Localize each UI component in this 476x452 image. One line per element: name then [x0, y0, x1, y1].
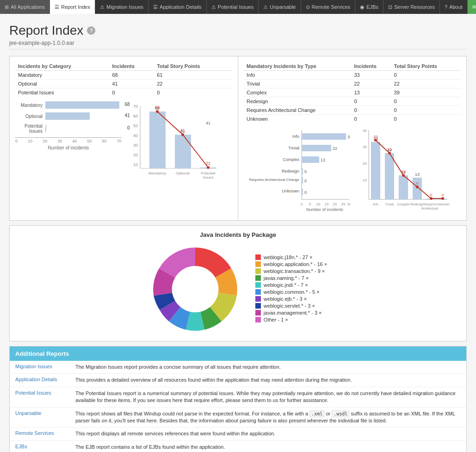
nav-unparsable[interactable]: ⚠ Unparsable: [259, 0, 301, 14]
svg-text:Requires: Requires: [424, 203, 436, 206]
java-panel-inner: weblogic.j18n.* - 27 × weblogic.applicat…: [15, 243, 461, 335]
cell-incidents: 0: [351, 106, 391, 115]
table-row: Redesign 0 0: [244, 97, 461, 106]
svg-text:Unknown: Unknown: [282, 189, 299, 193]
application-details-link[interactable]: Application Details: [15, 377, 75, 382]
svg-text:Info: Info: [373, 203, 378, 206]
remote-services-desc: This report displays all remote services…: [75, 430, 461, 437]
svg-text:0: 0: [301, 202, 303, 206]
hbar-optional-value: 41: [124, 113, 130, 118]
right-panel: Mandatory Incidents by Type Incidents To…: [238, 56, 466, 220]
hbar-potential-label: Potential Issues: [15, 124, 45, 134]
svg-text:33: 33: [347, 135, 350, 139]
hbar-potential-fill: [45, 125, 46, 132]
svg-point-69: [402, 174, 405, 177]
svg-text:Issues: Issues: [203, 175, 213, 180]
right-col-sp: Total Story Points: [391, 62, 461, 71]
svg-text:Number of incidents: Number of incidents: [306, 207, 344, 212]
svg-text:Redesign: Redesign: [410, 203, 424, 206]
migration-issues-desc: The Migration Issues report provides a c…: [75, 364, 461, 371]
right-line-svg: 40 30 20 10 33 33 22 13: [355, 128, 452, 213]
nav-ejbs[interactable]: ◉ EJBs: [355, 0, 383, 14]
svg-point-70: [416, 186, 419, 188]
svg-text:Redesign: Redesign: [282, 169, 299, 173]
table-row: Optional 41 22: [15, 80, 232, 88]
legend-item: Other - 1 ×: [255, 317, 327, 322]
col-category: Incidents by Category: [15, 62, 109, 71]
remote-services-link[interactable]: Remote Services: [15, 430, 75, 436]
svg-point-68: [388, 152, 391, 155]
unparsable-desc: This report shows all files that Windup …: [75, 410, 461, 425]
svg-text:0: 0: [304, 169, 307, 174]
svg-text:22: 22: [205, 161, 210, 166]
svg-text:33: 33: [374, 135, 378, 139]
cell-type: Unknown: [244, 115, 351, 124]
hbar-mandatory-fill: [45, 101, 119, 109]
nav-server-resources[interactable]: ⊡ Server Resources: [383, 0, 440, 14]
main-panels: Incidents by Category Incidents Total St…: [9, 56, 467, 221]
nav-application-details[interactable]: ☰ Application Details: [148, 0, 207, 14]
legend-label: Other - 1 ×: [264, 317, 288, 322]
svg-text:Trivial: Trivial: [385, 203, 394, 206]
cell-type: Complex: [244, 88, 351, 97]
right-summary-table: Mandatory Incidents by Type Incidents To…: [244, 62, 461, 123]
additional-reports-header: Additional Reports: [10, 347, 466, 361]
svg-point-15: [207, 166, 210, 169]
cell-type: Trivial: [244, 80, 351, 88]
report-row-ejbs: EJBs The EJB report contains a list of E…: [10, 441, 466, 452]
svg-text:13: 13: [415, 172, 420, 177]
page-subtitle: jee-example-app-1.0.0.ear: [9, 40, 467, 50]
svg-rect-61: [399, 175, 408, 199]
svg-text:50: 50: [133, 124, 137, 128]
nav-potential-issues[interactable]: ⚠ Potential Issues: [207, 0, 259, 14]
cell-sp: 0: [391, 97, 461, 106]
potential-issues-link[interactable]: Potential Issues: [15, 390, 75, 396]
legend-item: weblogic.j18n.* - 27 ×: [255, 254, 327, 260]
table-row: Potential Issues 0 0: [15, 88, 232, 97]
nav-migration-issues[interactable]: ⚠ Migration Issues: [95, 0, 148, 14]
about-icon: ?: [445, 4, 447, 10]
legend-item: javax.naming.* - 7 ×: [255, 275, 327, 281]
hbar-mandatory-label: Mandatory: [15, 103, 45, 108]
right-col-incidents: Incidents: [351, 62, 391, 71]
svg-text:20: 20: [363, 161, 367, 166]
svg-text:Architectural: Architectural: [421, 207, 439, 210]
unparsable-link[interactable]: Unparsable: [15, 410, 75, 416]
migration-issues-link[interactable]: Migration Issues: [15, 364, 75, 369]
legend-color: [255, 268, 261, 274]
nav-remote-services[interactable]: ⊙ Remote Services: [301, 0, 356, 14]
svg-rect-57: [371, 142, 380, 199]
page-content: Report Index ? jee-example-app-1.0.0.ear…: [0, 14, 476, 452]
legend-color: [255, 303, 261, 309]
nav-all-applications[interactable]: ⊞ All Applications: [0, 0, 50, 14]
table-row: Trivial 22 22: [244, 80, 461, 88]
cell-sp: 0: [391, 71, 461, 80]
cell-category: Optional: [15, 80, 109, 88]
cell-sp: 39: [391, 88, 461, 97]
warning-icon: ⚠: [100, 4, 105, 10]
legend-color: [255, 289, 261, 295]
table-row: Mandatory 68 61: [15, 71, 232, 80]
left-summary-table: Incidents by Category Incidents Total St…: [15, 62, 232, 97]
cell-sp: 61: [154, 71, 232, 80]
nav-about[interactable]: ? About: [440, 0, 468, 14]
svg-point-71: [430, 197, 433, 200]
legend-color: [255, 310, 261, 316]
hbar-optional-row: Optional 41: [15, 112, 122, 120]
svg-text:40: 40: [133, 133, 137, 138]
ejbs-link[interactable]: EJBs: [15, 444, 75, 449]
help-icon[interactable]: ?: [87, 26, 95, 35]
java-panel-title: Java Incidents by Package: [15, 231, 461, 238]
legend-item: weblogic.jndi.* - 7 ×: [255, 282, 327, 288]
nav-send-feedback[interactable]: ✉ Send Feedback: [468, 0, 476, 14]
left-charts-row: Mandatory 68 Optional 41: [15, 101, 232, 184]
legend-color: [255, 296, 261, 302]
svg-text:0: 0: [430, 193, 433, 197]
col-incidents: Incidents: [109, 62, 154, 71]
nav-report-index[interactable]: ☰ Report Index: [50, 0, 95, 14]
svg-text:70: 70: [133, 104, 137, 109]
page-title-row: Report Index ?: [9, 23, 467, 38]
feedback-icon: ✉: [472, 4, 476, 10]
server-icon: ⊡: [388, 4, 392, 10]
legend-label: weblogic.transaction.* - 9 ×: [264, 268, 325, 274]
